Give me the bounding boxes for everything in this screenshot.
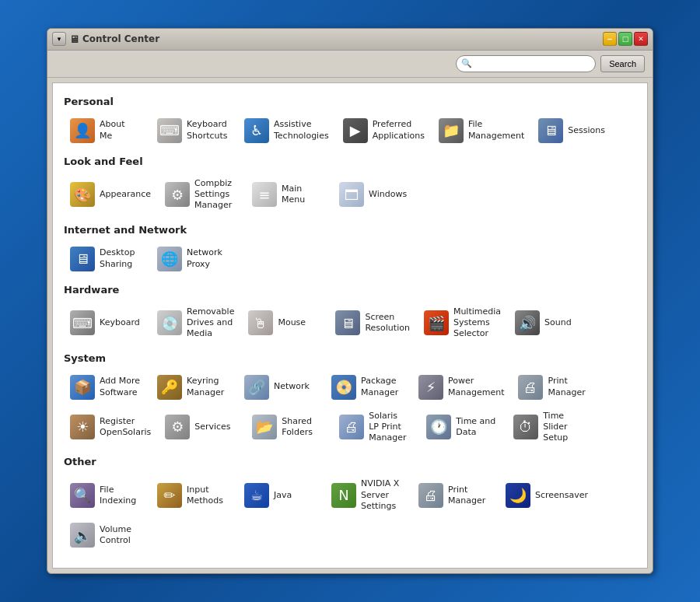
label-main-menu: Main Menu <box>282 184 305 206</box>
icon-compbiz: ⚙ <box>165 182 190 207</box>
label-nvidia: NVIDIA X Server Settings <box>361 478 399 512</box>
icon-main-menu: ≡ <box>252 182 277 207</box>
item-network[interactable]: 🔗Network <box>238 370 324 404</box>
item-preferred-apps[interactable]: ▶Preferred Applications <box>337 114 431 148</box>
app-icon: 🖥 <box>69 33 79 45</box>
section-title-look-and-feel: Look and Feel <box>64 156 636 167</box>
label-sound: Sound <box>544 317 572 328</box>
label-add-more-software: Add More Software <box>100 376 140 398</box>
label-print-manager-other: Print Manager <box>448 485 485 507</box>
item-desktop-sharing[interactable]: 🖥Desktop Sharing <box>64 242 149 276</box>
icon-network-proxy: 🌐 <box>157 247 182 271</box>
item-hw-keyboard[interactable]: ⌨Keyboard <box>64 302 149 345</box>
item-sessions[interactable]: 🖥Sessions <box>532 114 618 148</box>
icon-sound: 🔊 <box>515 310 540 335</box>
item-services[interactable]: ⚙Services <box>159 406 244 449</box>
label-register-opensolaris: Register OpenSolaris <box>100 416 151 439</box>
icon-keyboard-shortcuts: ⌨ <box>157 118 182 143</box>
item-package-manager[interactable]: 📀Package Manager <box>325 370 411 404</box>
section-title-personal: Personal <box>64 96 636 107</box>
titlebar-title: 🖥 Control Center <box>69 33 159 45</box>
label-file-management: File Management <box>468 119 524 142</box>
label-package-manager: Package Manager <box>361 376 398 398</box>
item-file-indexing[interactable]: 🔍File Indexing <box>64 474 149 516</box>
label-assistive-tech: Assistive Technologies <box>274 119 329 142</box>
item-multimedia-selector[interactable]: 🎬Multimedia Systems Selector <box>418 302 507 345</box>
label-input-methods: Input Methods <box>187 485 223 507</box>
icon-appearance: 🎨 <box>70 182 95 207</box>
section-title-hardware: Hardware <box>64 284 636 296</box>
search-wrapper: 🔍 <box>456 55 596 72</box>
item-time-data[interactable]: 🕐Time and Data <box>420 406 506 449</box>
item-removable-drives[interactable]: 💿Removable Drives and Media <box>151 302 240 345</box>
label-compbiz: Compbiz Settings Manager <box>194 178 232 212</box>
icon-volume-control: 🔈 <box>70 523 95 548</box>
label-sessions: Sessions <box>568 125 605 136</box>
icon-screensaver: 🌙 <box>506 483 530 508</box>
item-compbiz[interactable]: ⚙Compbiz Settings Manager <box>159 173 244 216</box>
search-input[interactable] <box>456 55 596 72</box>
label-file-indexing: File Indexing <box>100 485 136 507</box>
label-appearance: Appearance <box>100 189 151 200</box>
section-items-hardware: ⌨Keyboard💿Removable Drives and Media🖱Mou… <box>64 302 636 345</box>
icon-time-data: 🕐 <box>426 415 451 439</box>
item-print-manager[interactable]: 🖨Print Manager <box>512 370 597 404</box>
item-sound[interactable]: 🔊Sound <box>509 302 594 345</box>
titlebar-left: ▾ 🖥 Control Center <box>52 32 159 46</box>
item-main-menu[interactable]: ≡Main Menu <box>246 173 331 216</box>
label-services: Services <box>194 422 230 432</box>
icon-nvidia: N <box>331 483 356 508</box>
item-add-more-software[interactable]: 📦Add More Software <box>64 370 149 404</box>
icon-preferred-apps: ▶ <box>343 118 368 143</box>
icon-solaris-lp: 🖨 <box>339 415 364 439</box>
label-volume-control: Volume Control <box>100 524 131 547</box>
icon-file-management: 📁 <box>439 118 464 143</box>
item-solaris-lp[interactable]: 🖨Solaris LP Print Manager <box>333 406 418 449</box>
item-register-opensolaris[interactable]: ☀Register OpenSolaris <box>64 406 157 449</box>
item-java[interactable]: ☕Java <box>238 474 324 516</box>
item-assistive-tech[interactable]: ♿Assistive Technologies <box>238 114 335 148</box>
control-center-window: ▾ 🖥 Control Center − □ ✕ 🔍 Search Person… <box>47 28 653 575</box>
item-keyboard-shortcuts[interactable]: ⌨Keyboard Shortcuts <box>151 114 236 148</box>
window-controls: − □ ✕ <box>603 32 648 46</box>
label-screen-resolution: Screen Resolution <box>365 312 409 334</box>
section-title-system: System <box>64 352 636 364</box>
icon-time-slider: ⏱ <box>513 415 538 439</box>
icon-power-management: ⚡ <box>418 375 443 400</box>
icon-windows: 🗖 <box>339 182 364 207</box>
label-keyring-manager: Keyring Manager <box>187 376 224 398</box>
search-button[interactable]: Search <box>600 55 645 72</box>
item-nvidia[interactable]: NNVIDIA X Server Settings <box>325 474 411 516</box>
item-volume-control[interactable]: 🔈Volume Control <box>64 518 149 552</box>
label-power-management: Power Management <box>448 376 504 398</box>
item-about-me[interactable]: 👤About Me <box>64 114 149 148</box>
icon-file-indexing: 🔍 <box>70 483 95 508</box>
icon-screen-resolution: 🖥 <box>335 310 360 335</box>
icon-input-methods: ✏ <box>157 483 182 508</box>
item-mouse[interactable]: 🖱Mouse <box>242 302 327 345</box>
close-button[interactable]: ✕ <box>634 32 648 46</box>
label-removable-drives: Removable Drives and Media <box>187 306 234 340</box>
icon-package-manager: 📀 <box>331 375 356 400</box>
label-time-slider: Time Slider Setup <box>543 411 568 444</box>
item-time-slider[interactable]: ⏱Time Slider Setup <box>507 406 593 449</box>
titlebar-menu-button[interactable]: ▾ <box>52 32 66 46</box>
section-items-internet-network: 🖥Desktop Sharing🌐Network Proxy <box>64 242 636 276</box>
section-title-other: Other <box>64 456 636 467</box>
label-mouse: Mouse <box>278 317 306 328</box>
item-screensaver[interactable]: 🌙Screensaver <box>499 474 594 516</box>
label-network: Network <box>274 381 310 392</box>
icon-network: 🔗 <box>244 375 269 400</box>
item-windows[interactable]: 🗖Windows <box>333 173 418 216</box>
item-appearance[interactable]: 🎨Appearance <box>64 173 157 216</box>
item-keyring-manager[interactable]: 🔑Keyring Manager <box>151 370 236 404</box>
minimize-button[interactable]: − <box>603 32 617 46</box>
item-shared-folders[interactable]: 📂Shared Folders <box>246 406 331 449</box>
maximize-button[interactable]: □ <box>618 32 632 46</box>
item-screen-resolution[interactable]: 🖥Screen Resolution <box>329 302 415 345</box>
item-print-manager-other[interactable]: 🖨Print Manager <box>412 474 498 516</box>
item-input-methods[interactable]: ✏Input Methods <box>151 474 236 516</box>
item-network-proxy[interactable]: 🌐Network Proxy <box>151 242 236 276</box>
item-file-management[interactable]: 📁File Management <box>432 114 530 148</box>
item-power-management[interactable]: ⚡Power Management <box>412 370 510 404</box>
